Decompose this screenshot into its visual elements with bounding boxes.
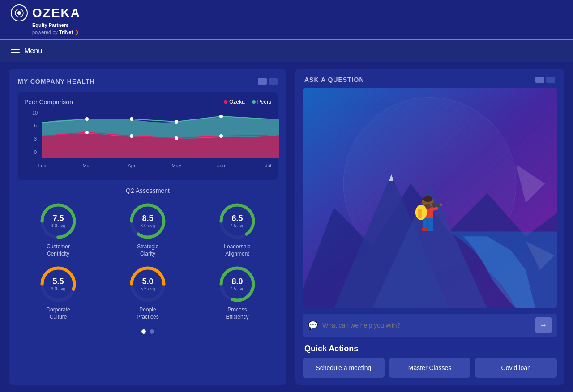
svg-text:Apr: Apr [128,163,135,168]
company-health-panel: MY COMPANY HEALTH Peer Comparison Ozeka … [9,69,286,385]
metric-label-2: LeadershipAlignment [224,243,250,257]
logo-area: OZEKA Equity Partners powered by TriNet … [11,4,81,35]
logo-text: OZEKA [32,6,81,20]
metric-item-3: 5.5 6.0 avg CorporateCulture [18,266,98,320]
hero-illustration [303,88,557,308]
donut-chart-3: 5.5 6.0 avg [40,266,76,302]
chart-area: Peer Comparison Ozeka Peers 10 6 3 [18,92,278,180]
svg-text:Feb: Feb [38,163,47,168]
svg-text:6: 6 [34,123,37,128]
metric-label-3: CorporateCulture [46,307,70,320]
metric-label-4: PeoplePractices [137,307,158,320]
metric-item-4: 5.0 5.5 avg PeoplePractices [107,266,188,320]
svg-point-13 [219,134,223,138]
quick-action-master[interactable]: Master Classes [389,358,471,378]
pagination [18,329,278,334]
svg-rect-49 [428,228,434,231]
logo-circle-icon [11,4,28,21]
svg-text:10: 10 [32,110,38,115]
menu-label: Menu [24,47,42,55]
panel-header: MY COMPANY HEALTH [18,78,278,85]
donut-chart-2: 6.5 7.5 avg [219,203,255,239]
chat-input[interactable] [322,322,531,329]
svg-text:Mar: Mar [83,163,91,168]
view-toggle-grid[interactable] [258,78,267,85]
donut-chart-0: 7.5 9.0 avg [40,203,76,239]
svg-text:May: May [172,163,181,168]
legend-peers-label: Peers [257,99,271,105]
svg-point-8 [175,120,178,124]
donut-avg-0: 9.0 avg [51,223,66,228]
svg-text:Jun: Jun [217,163,225,168]
peer-comparison-chart: 10 6 3 0 Feb [24,109,279,172]
donut-avg-3: 6.0 avg [51,286,66,291]
metric-label-5: ProcessEfficiency [226,307,248,320]
svg-point-43 [430,203,432,206]
svg-text:Jul: Jul [265,163,271,168]
quick-action-schedule[interactable]: Schedule a meeting [303,358,385,378]
chat-area: 💬 → [303,314,557,337]
ozeka-dot-icon [224,100,227,104]
svg-rect-51 [418,209,422,218]
header: OZEKA Equity Partners powered by TriNet … [0,0,573,40]
legend-ozeka: Ozeka [224,99,245,105]
ask-question-title: ASK A QUESTION [304,76,364,83]
donut-avg-2: 7.5 avg [230,223,245,228]
chart-legend: Ozeka Peers [224,99,271,105]
ask-question-panel: ASK A QUESTION [295,69,564,385]
page-dot-2[interactable] [150,329,154,334]
metric-item-2: 6.5 7.5 avg LeadershipAlignment [197,203,278,257]
logo-subtitle: Equity Partners [11,22,68,28]
main-content: MY COMPANY HEALTH Peer Comparison Ozeka … [0,62,573,392]
quick-actions-label: Quick Actions [295,342,564,358]
legend-peers: Peers [252,99,271,105]
page-dot-1[interactable] [141,329,146,334]
donut-chart-4: 5.0 5.5 avg [130,266,166,302]
menu-icon[interactable] [11,49,20,53]
svg-point-7 [130,117,133,121]
donut-chart-5: 8.0 7.5 avg [219,266,255,302]
svg-point-41 [423,196,432,202]
right-panel-controls [535,77,555,83]
chat-send-button[interactable]: → [535,317,552,333]
ask-view-toggle-1[interactable] [535,77,544,83]
donut-avg-4: 5.5 avg [141,286,155,291]
chart-title: Peer Comparison [24,98,73,106]
navbar: Menu [0,40,573,62]
svg-point-12 [175,136,178,140]
svg-point-10 [85,131,89,134]
panel-title: MY COMPANY HEALTH [18,78,95,85]
donut-value-2: 6.5 [230,214,245,223]
metric-label-1: StrategicClarity [137,243,158,257]
trinet-arrow-icon: ❯ [74,29,79,35]
donut-value-4: 5.0 [141,277,155,286]
quick-actions-buttons: Schedule a meetingMaster ClassesCovid lo… [295,358,564,385]
metric-item-1: 8.5 8.0 avg StrategicClarity [107,203,188,257]
powered-by: powered by TriNet ❯ [11,29,79,35]
q2-title: Q2 Assessment [18,187,278,194]
svg-point-11 [130,134,133,138]
chat-bubble-icon: 💬 [308,320,318,330]
metric-label-0: CustomerCentricity [47,243,70,257]
quick-action-covid[interactable]: Covid loan [475,358,557,378]
metric-item-5: 8.0 7.5 avg ProcessEfficiency [197,266,278,320]
svg-point-6 [85,117,89,121]
ask-view-toggle-2[interactable] [546,77,555,83]
metric-item-0: 7.5 9.0 avg CustomerCentricity [18,203,98,257]
donut-value-3: 5.5 [51,277,66,286]
svg-text:0: 0 [34,149,37,155]
svg-text:3: 3 [34,136,37,141]
svg-point-9 [219,115,223,118]
donut-value-0: 7.5 [51,214,66,223]
panel-controls [258,78,278,85]
donut-value-5: 8.0 [230,277,245,286]
donut-avg-1: 8.0 avg [141,223,155,228]
view-toggle-list[interactable] [269,78,278,85]
legend-ozeka-label: Ozeka [229,99,245,105]
right-panel-header: ASK A QUESTION [295,69,564,88]
peers-dot-icon [252,100,256,104]
donut-avg-5: 7.5 avg [230,286,245,291]
svg-point-44 [439,203,442,206]
svg-point-1 [17,11,21,15]
donut-chart-1: 8.5 8.0 avg [130,203,166,239]
